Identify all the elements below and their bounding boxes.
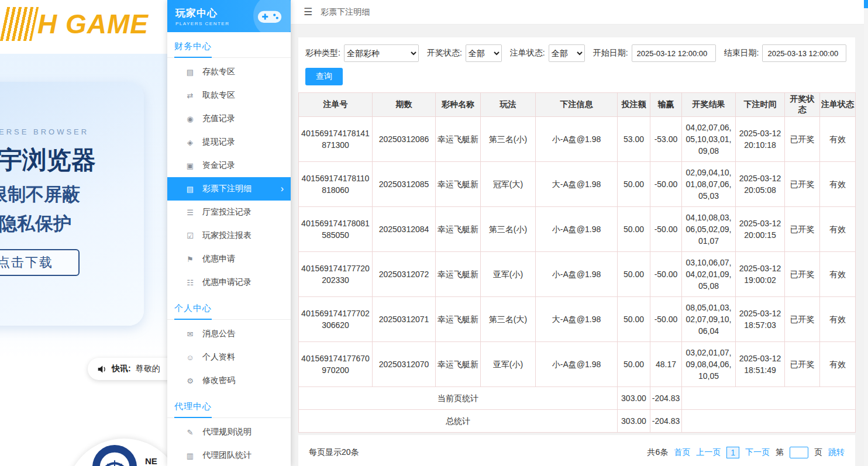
cell-lottery-name: 幸运飞艇新 (436, 252, 481, 297)
team-logo-icon (92, 444, 137, 466)
table-header-row: 注单号期数彩种名称玩法下注信息投注额输赢开奖结果下注时间开奖状态注单状态 (299, 93, 856, 117)
section-title-text: 个人中心 (174, 303, 212, 320)
cell-play-type: 亚军(小) (481, 252, 536, 297)
sidebar-item-label: 取款专区 (202, 90, 235, 101)
sidebar-item-label: 优惠申请 (202, 254, 235, 264)
hall-bets-icon: ☰ (185, 208, 195, 217)
column-header: 下注时间 (736, 93, 785, 117)
hh-game-logo[interactable]: H GAME (4, 7, 149, 41)
filter-row: 彩种类型: 全部彩种 开奖状态: 全部 注单状态: 全部 开始日期: 结束日期: (305, 44, 848, 62)
prev-page-link[interactable]: 上一页 (696, 447, 721, 458)
sidebar-item-withdrawal-records[interactable]: ◈提现记录 (167, 130, 291, 154)
cell-period: 20250312071 (373, 297, 436, 342)
sidebar-item-player-bet-report[interactable]: ☑玩家投注报表 (167, 224, 291, 247)
cell-win-loss: -50.00 (650, 297, 682, 342)
cell-draw-result: 02,09,04,10,01,08,07,06,05,03 (682, 162, 736, 207)
ticker-text: 尊敬的 (136, 364, 160, 374)
cell-play-type: 亚军(小) (481, 342, 536, 387)
sidebar-item-lottery-bet-details[interactable]: ▤彩票下注明细› (167, 177, 291, 201)
cell-bet-number: 401569174178110818060 (299, 162, 373, 207)
summary-row: 当前页统计303.00-204.83 (299, 387, 856, 410)
sidebar-item-agent-rules[interactable]: ✎代理规则说明 (167, 420, 291, 444)
bell-icon: ✉ (185, 330, 195, 339)
summary-label: 总统计 (299, 410, 618, 433)
lottery-type-select[interactable]: 全部彩种 (344, 44, 419, 62)
sidebar-item-agent-team-stats[interactable]: ▥代理团队统计 (167, 444, 291, 466)
cell-bet-status: 有效 (820, 117, 856, 162)
withdraw-icon: ⇄ (185, 91, 195, 100)
sidebar-item-label: 彩票下注明细 (202, 184, 252, 194)
scrollbar-thumb[interactable] (864, 0, 868, 8)
cell-bet-time: 2025-03-12 20:10:18 (736, 117, 785, 162)
summary-label: 当前页统计 (299, 387, 618, 410)
summary-bet-amount: 303.00 (618, 387, 650, 410)
cell-win-loss: -50.00 (650, 252, 682, 297)
banner-line2: 限制不屏蔽 (0, 182, 80, 207)
bets-table-card: 注单号期数彩种名称玩法下注信息投注额输赢开奖结果下注时间开奖状态注单状态 401… (298, 92, 855, 433)
jump-link[interactable]: 跳转 (828, 447, 845, 458)
speaker-icon (97, 364, 107, 374)
cell-bet-time: 2025-03-12 18:51:49 (736, 342, 785, 387)
summary-win-loss: -204.83 (650, 387, 682, 410)
column-header: 下注信息 (536, 93, 618, 117)
team-name: NE (145, 456, 157, 466)
cell-bet-time: 2025-03-12 20:05:08 (736, 162, 785, 207)
bet-status-label: 注单状态: (510, 48, 545, 58)
next-page-link[interactable]: 下一页 (745, 447, 770, 458)
start-date-input[interactable] (632, 44, 716, 62)
sidebar-item-recharge-records[interactable]: ◉充值记录 (167, 107, 291, 130)
browser-promo-card: ERSE BROWSER 宇浏览器 限制不屏蔽 隐私保护 点击下载 (0, 82, 144, 326)
cell-period: 20250312084 (373, 207, 436, 252)
table-row: 40156917417814187130020250312086幸运飞艇新第三名… (299, 117, 856, 162)
cell-bet-status: 有效 (820, 162, 856, 207)
sidebar-item-deposit-zone[interactable]: ▤存款专区 (167, 60, 291, 84)
stats-icon: ▥ (185, 451, 195, 460)
cell-play-type: 第三名(大) (481, 297, 536, 342)
sidebar-item-hall-bet-records[interactable]: ☰厅室投注记录 (167, 201, 291, 224)
sidebar-item-label: 优惠申请记录 (202, 277, 252, 288)
cell-win-loss: -50.00 (650, 162, 682, 207)
section-title-text: 财务中心 (174, 41, 212, 58)
jump-label-before: 第 (776, 447, 784, 458)
cell-bet-status: 有效 (820, 207, 856, 252)
sidebar-item-funds-records[interactable]: ▣资金记录 (167, 154, 291, 177)
sidebar-item-withdraw-zone[interactable]: ⇄取款专区 (167, 84, 291, 107)
page-title: 彩票下注明细 (321, 7, 370, 18)
cell-draw-result: 03,10,06,07,04,02,01,09,05,08 (682, 252, 736, 297)
funds-record-icon: ▣ (185, 161, 195, 170)
cell-bet-amount: 50.00 (618, 252, 650, 297)
cell-bet-number: 401569174178081585050 (299, 207, 373, 252)
sidebar-item-label: 厅室投注记录 (202, 207, 252, 218)
chevron-right-icon: › (281, 184, 284, 194)
end-date-label: 结束日期: (724, 48, 759, 58)
sidebar-item-promo-apply[interactable]: ⚑优惠申请 (167, 247, 291, 271)
first-page-link[interactable]: 首页 (674, 447, 690, 458)
sidebar-item-label: 修改密码 (202, 375, 235, 386)
summary-row: 总统计303.00-204.83 (299, 410, 856, 433)
sidebar-item-promo-apply-records[interactable]: ☷优惠申请记录 (167, 271, 291, 294)
filter-panel: 彩种类型: 全部彩种 开奖状态: 全部 注单状态: 全部 开始日期: 结束日期:… (298, 37, 855, 94)
cell-bet-info: 小-A盘@1.98 (536, 207, 618, 252)
sidebar-section-title: 个人中心 (167, 294, 291, 320)
sidebar-item-label: 提现记录 (202, 137, 235, 147)
page-jump-input[interactable] (790, 447, 808, 458)
sidebar-item-profile[interactable]: ☺个人资料 (167, 346, 291, 369)
bets-table: 注单号期数彩种名称玩法下注信息投注额输赢开奖结果下注时间开奖状态注单状态 401… (298, 92, 856, 433)
scrollbar[interactable] (864, 0, 868, 466)
cell-play-type: 第三名(小) (481, 117, 536, 162)
menu-toggle-icon[interactable]: ☰ (304, 6, 312, 18)
cell-bet-status: 有效 (820, 252, 856, 297)
current-page[interactable]: 1 (726, 447, 739, 458)
download-button[interactable]: 点击下载 (0, 249, 80, 276)
cell-bet-info: 小-A盘@1.98 (536, 252, 618, 297)
end-date-input[interactable] (762, 44, 846, 62)
bet-status-select[interactable]: 全部 (549, 44, 585, 62)
table-row: 40156917417811081806020250312085幸运飞艇新冠军(… (299, 162, 856, 207)
sidebar-item-messages[interactable]: ✉消息公告 (167, 322, 291, 346)
query-button[interactable]: 查询 (305, 68, 343, 85)
page-size-text: 每页显示20条 (309, 447, 359, 458)
cell-lottery-name: 幸运飞艇新 (436, 297, 481, 342)
sidebar-item-change-password[interactable]: ⚙修改密码 (167, 369, 291, 392)
draw-status-select[interactable]: 全部 (466, 44, 502, 62)
sidebar-item-label: 资金记录 (202, 160, 235, 171)
